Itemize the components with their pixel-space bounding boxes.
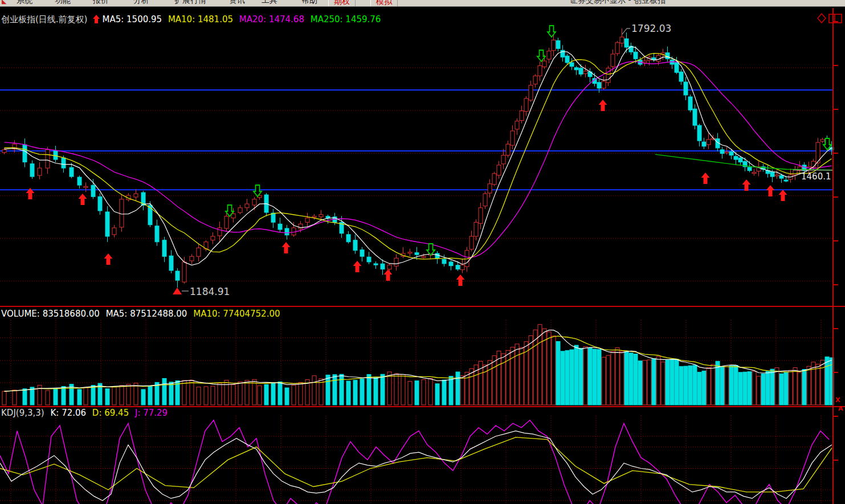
- moving-average-layer: [5, 47, 834, 265]
- ma250-value-label: MA250: 1459.76: [311, 14, 381, 24]
- sell-signal-arrow-icon: [537, 50, 545, 62]
- buy-signal-arrow-icon: [456, 274, 465, 286]
- trend-up-arrow-icon: [93, 15, 100, 23]
- volume-title-row: VOLUME: 83518680.00 MA5: 87512488.00 MA1…: [1, 309, 284, 319]
- signal-arrow-layer: [26, 26, 832, 286]
- menu-item-8[interactable]: 帮助: [301, 0, 317, 7]
- last-price-annotation: 1460.1: [801, 171, 831, 182]
- low-marker-triangle: [173, 288, 182, 294]
- volume-ma10-label: MA10: 77404752.00: [193, 309, 280, 319]
- chart-canvas[interactable]: 1792.031184.911460.1: [0, 0, 845, 504]
- status-text: 证券交易不显示 - 创业板指: [570, 0, 666, 7]
- menu-item-1[interactable]: 系统: [17, 0, 32, 7]
- buy-signal-arrow-icon: [79, 194, 87, 205]
- buy-signal-arrow-icon: [701, 173, 710, 184]
- menu-item-3[interactable]: 报价: [93, 0, 109, 7]
- main-chart-title-row: 创业板指(日线.前复权)MA5: 1500.95 MA10: 1481.05 M…: [1, 14, 384, 25]
- ma5-line: [5, 47, 832, 265]
- kdj-k-label: K: 72.06: [50, 408, 86, 418]
- ma20-value-label: MA20: 1474.68: [239, 14, 304, 24]
- menu-item-4[interactable]: 分析: [133, 0, 149, 7]
- kdj-j-label: J: 77.29: [135, 408, 168, 418]
- chart-corner-icons: [817, 13, 843, 27]
- ma20-line: [5, 62, 832, 257]
- frame-layer: [0, 8, 845, 504]
- pane-close-icon[interactable]: X: [835, 396, 840, 404]
- buy-signal-arrow-icon: [353, 261, 362, 272]
- buy-signal-arrow-icon: [282, 242, 291, 253]
- buy-signal-arrow-icon: [104, 253, 113, 265]
- buy-signal-arrow-icon: [384, 269, 393, 281]
- menu-item-2[interactable]: 功能: [55, 0, 71, 7]
- menu-item-6[interactable]: 资讯: [229, 0, 245, 7]
- kdj-title-row: KDJ(9,3,3) K: 72.06 D: 69.45 J: 77.29: [1, 408, 171, 418]
- diamond-icon[interactable]: [818, 14, 826, 23]
- menu-row: 证券交易不显示 - 创业板指 系统功能报价分析扩展行情资讯工具帮助期权模拟: [0, 0, 845, 7]
- gridline-layer: [0, 68, 833, 504]
- symbol-title: 创业板指(日线.前复权): [1, 14, 87, 24]
- sell-signal-arrow-icon: [427, 244, 435, 255]
- high-price-annotation: 1792.03: [631, 23, 671, 34]
- low-price-annotation: 1184.91: [190, 286, 230, 297]
- volume-value-label: VOLUME: 83518680.00: [1, 309, 100, 319]
- kdj-d-label: D: 69.45: [92, 408, 129, 418]
- menu-bar: ◣ 证券交易不显示 - 创业板指 系统功能报价分析扩展行情资讯工具帮助期权模拟: [0, 0, 845, 7]
- buy-signal-arrow-icon: [779, 190, 787, 201]
- kdj-indicator-label: KDJ(9,3,3): [1, 408, 44, 418]
- sell-signal-arrow-icon: [548, 26, 556, 37]
- menu-item-7[interactable]: 工具: [262, 0, 277, 7]
- buy-signal-arrow-icon: [742, 179, 751, 191]
- volume-ma5-label: MA5: 87512488.00: [106, 309, 187, 319]
- ma10-value-label: MA10: 1481.05: [168, 14, 233, 24]
- ma10-line: [5, 54, 832, 260]
- menu-hot-item-2[interactable]: 模拟: [370, 0, 398, 7]
- buy-signal-arrow-icon: [599, 100, 607, 111]
- volume-bars-layer: [2, 325, 834, 405]
- ma5-value-label: MA5: 1500.95: [102, 14, 162, 24]
- kdj-j-line: [0, 420, 829, 504]
- window-split-icon[interactable]: [829, 14, 842, 23]
- candlestick-layer: [2, 28, 834, 288]
- sell-signal-arrow-icon: [254, 185, 262, 196]
- pane-mark-icon[interactable]: A: [838, 405, 843, 412]
- menu-hot-item-1[interactable]: 期权: [328, 0, 356, 7]
- trading-terminal-window: 1792.031184.911460.1 创业板指(日线.前复权)MA5: 15…: [0, 0, 845, 504]
- menu-item-5[interactable]: 扩展行情: [174, 0, 206, 7]
- buy-signal-arrow-icon: [766, 185, 775, 196]
